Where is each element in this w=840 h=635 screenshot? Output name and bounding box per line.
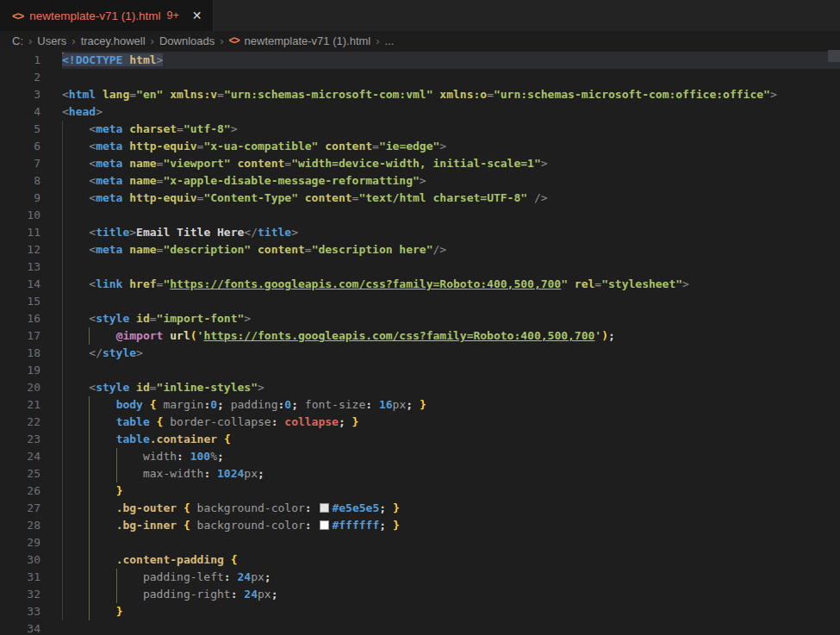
code-line[interactable]: 31 padding-left: 24px; [0,569,840,586]
line-number[interactable]: 31 [0,569,40,586]
line-number[interactable]: 23 [0,431,40,448]
line-content[interactable]: max-width: 1024px; [62,465,840,482]
line-content[interactable]: <meta name="description" content="descri… [62,241,840,258]
line-number[interactable]: 29 [0,534,40,551]
code-line[interactable]: 21 body { margin:0; padding:0; font-size… [0,396,840,414]
code-line[interactable]: 32 padding-right: 24px; [0,586,840,603]
line-content[interactable]: <meta http-equiv="Content-Type" content=… [62,190,840,207]
code-line[interactable]: 27 .bg-outer { background-color: #e5e5e5… [0,500,840,517]
code-line[interactable]: 30 .content-padding { [0,551,840,569]
code-line[interactable]: 26 } [0,482,840,500]
line-content[interactable]: </style> [62,345,840,362]
code-line[interactable]: 2 [0,69,840,86]
line-number[interactable]: 24 [0,448,40,465]
line-number[interactable]: 33 [0,603,40,620]
code-line[interactable]: 11 <title>Email Title Here</title> [0,224,840,241]
line-content[interactable] [62,69,840,86]
line-number[interactable]: 11 [0,224,40,241]
code-line[interactable]: 7 <meta name="viewport" content="width=d… [0,155,840,172]
line-content[interactable]: padding-left: 24px; [62,569,840,586]
code-line[interactable]: 23 table.container { [0,431,840,448]
editor[interactable]: 1<!DOCTYPE html>23<html lang="en" xmlns:… [0,50,840,635]
line-number[interactable]: 27 [0,500,40,517]
line-content[interactable] [62,207,840,224]
breadcrumb-item[interactable]: tracey.howell [81,34,146,47]
line-number[interactable]: 14 [0,276,40,293]
code-line[interactable]: 13 [0,258,840,276]
line-content[interactable]: <link href="https://fonts.googleapis.com… [62,276,840,293]
line-number[interactable]: 4 [0,103,40,121]
breadcrumb-item[interactable]: Downloads [159,34,215,47]
line-content[interactable]: <head> [62,103,840,121]
line-number[interactable]: 16 [0,310,40,327]
scrollbar-thumb[interactable] [828,50,840,62]
code-line[interactable]: 19 [0,362,840,379]
line-number[interactable]: 25 [0,465,40,482]
line-content[interactable]: table.container { [62,431,840,448]
line-content[interactable]: <meta name="x-apple-disable-message-refo… [62,172,840,190]
code-line[interactable]: 22 table { border-collapse: collapse; } [0,414,840,431]
line-number[interactable]: 7 [0,155,40,172]
line-content[interactable] [62,293,840,310]
code-line[interactable]: 12 <meta name="description" content="des… [0,241,840,258]
line-number[interactable]: 2 [0,69,40,86]
code-line[interactable]: 15 [0,293,840,310]
breadcrumb-more[interactable]: ... [385,34,395,47]
code-line[interactable]: 5 <meta charset="utf-8"> [0,121,840,138]
line-number[interactable]: 17 [0,327,40,345]
line-content[interactable]: table { border-collapse: collapse; } [62,414,840,431]
code-line[interactable]: 17 @import url('https://fonts.googleapis… [0,327,840,345]
line-number[interactable]: 22 [0,414,40,431]
line-number[interactable]: 30 [0,551,40,569]
line-content[interactable]: <!DOCTYPE html> [62,52,840,69]
line-number[interactable]: 1 [0,52,40,69]
line-content[interactable] [62,258,840,276]
line-number[interactable]: 19 [0,362,40,379]
breadcrumb-item[interactable]: Users [37,34,66,47]
tab-active[interactable]: <> newtemplate-v71 (1).html 9+ ✕ [0,0,214,31]
code-line[interactable]: 9 <meta http-equiv="Content-Type" conten… [0,190,840,207]
line-number[interactable]: 12 [0,241,40,258]
line-number[interactable]: 28 [0,517,40,534]
line-number[interactable]: 32 [0,586,40,603]
line-number[interactable]: 26 [0,482,40,500]
code-line[interactable]: 8 <meta name="x-apple-disable-message-re… [0,172,840,190]
code-line[interactable]: 34 [0,620,840,635]
line-number[interactable]: 3 [0,86,40,103]
code-line[interactable]: 29 [0,534,840,551]
line-content[interactable]: } [62,603,840,620]
breadcrumb-item[interactable]: C: [12,34,23,47]
line-number[interactable]: 5 [0,121,40,138]
line-content[interactable]: body { margin:0; padding:0; font-size: 1… [62,396,840,414]
code-line[interactable]: 24 width: 100%; [0,448,840,465]
line-content[interactable]: .bg-outer { background-color: #e5e5e5; } [62,500,840,517]
code-line[interactable]: 14 <link href="https://fonts.googleapis.… [0,276,840,293]
code-line[interactable]: 33 } [0,603,840,620]
line-number[interactable]: 9 [0,190,40,207]
line-content[interactable]: .content-padding { [62,551,840,569]
code-line[interactable]: 20 <style id="inline-styles"> [0,379,840,396]
line-content[interactable]: <style id="import-font"> [62,310,840,327]
line-number[interactable]: 34 [0,620,40,635]
line-content[interactable] [62,620,840,635]
line-number[interactable]: 18 [0,345,40,362]
line-content[interactable]: width: 100%; [62,448,840,465]
code-line[interactable]: 3<html lang="en" xmlns:v="urn:schemas-mi… [0,86,840,103]
close-icon[interactable]: ✕ [192,9,202,22]
line-number[interactable]: 8 [0,172,40,190]
code-line[interactable]: 16 <style id="import-font"> [0,310,840,327]
line-content[interactable]: <meta charset="utf-8"> [62,121,840,138]
line-number[interactable]: 10 [0,207,40,224]
line-content[interactable]: .bg-inner { background-color: #ffffff; } [62,517,840,534]
line-number[interactable]: 20 [0,379,40,396]
line-content[interactable]: <meta name="viewport" content="width=dev… [62,155,840,172]
code-line[interactable]: 1<!DOCTYPE html> [0,52,840,69]
line-content[interactable]: <meta http-equiv="x-ua-compatible" conte… [62,138,840,155]
code-line[interactable]: 25 max-width: 1024px; [0,465,840,482]
code-line[interactable]: 6 <meta http-equiv="x-ua-compatible" con… [0,138,840,155]
line-content[interactable]: <html lang="en" xmlns:v="urn:schemas-mic… [62,86,840,103]
code-line[interactable]: 28 .bg-inner { background-color: #ffffff… [0,517,840,534]
line-content[interactable] [62,362,840,379]
code-line[interactable]: 4<head> [0,103,840,121]
line-number[interactable]: 13 [0,258,40,276]
